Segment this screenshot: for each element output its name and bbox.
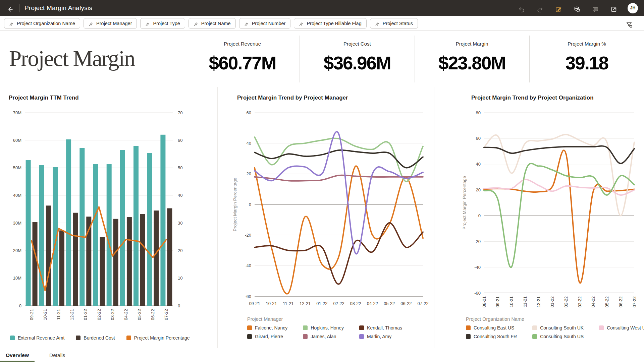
svg-text:05-22: 05-22 <box>604 296 609 307</box>
filter-pill-project-number[interactable]: Project Number <box>239 18 291 29</box>
filter-pill-project-type[interactable]: Project Type <box>140 18 185 29</box>
legend-swatch <box>303 334 308 339</box>
svg-text:05-22: 05-22 <box>384 301 395 306</box>
legend-item-consulting-south-fr[interactable]: Consulting South FR <box>466 334 517 339</box>
back-button[interactable] <box>5 3 15 13</box>
manager-trend-chart[interactable]: -60-40-20020406009-2110-2111-2112-2101-2… <box>227 105 442 313</box>
pin-icon <box>89 19 94 27</box>
legend-label: Consulting South FR <box>474 334 517 339</box>
svg-text:02-22: 02-22 <box>564 296 569 307</box>
svg-text:-60: -60 <box>245 294 251 299</box>
ttm-trend-chart[interactable]: 0010M1020M2030M3040M4050M5060M6070M7009-… <box>5 105 207 337</box>
svg-text:-60: -60 <box>474 291 481 296</box>
legend-swatch <box>10 336 15 340</box>
svg-text:60: 60 <box>178 138 182 143</box>
svg-text:11-21: 11-21 <box>56 309 61 320</box>
svg-text:0: 0 <box>249 202 251 207</box>
filter-pill-label: Project Type <box>153 21 180 26</box>
legend-label: Consulting West US <box>607 325 644 330</box>
undo-button[interactable] <box>517 3 526 13</box>
legend-swatch <box>532 334 537 339</box>
legend-item-consulting-east-us[interactable]: Consulting East US <box>466 325 517 330</box>
svg-text:0: 0 <box>178 303 180 308</box>
svg-text:Project Margin Percentage: Project Margin Percentage <box>462 176 467 230</box>
legend-swatch <box>599 325 604 330</box>
legend-item-consulting-south-us[interactable]: Consulting South US <box>532 334 584 339</box>
edit-icon <box>555 3 562 13</box>
svg-text:60M: 60M <box>13 138 21 143</box>
svg-text:01-22: 01-22 <box>550 296 555 307</box>
kpi-label: Project Margin % <box>530 41 644 47</box>
legend-item-project-margin-percentage[interactable]: Project Margin Percentage <box>126 335 190 341</box>
redo-button[interactable] <box>535 3 545 13</box>
tab-overview[interactable]: Overview <box>0 348 35 362</box>
svg-text:10-21: 10-21 <box>266 301 277 306</box>
filter-button[interactable] <box>624 19 634 28</box>
legend: Consulting East USConsulting South UKCon… <box>466 325 644 339</box>
pin-icon <box>194 19 199 27</box>
svg-text:40M: 40M <box>13 193 21 198</box>
filter-pill-label: Project Number <box>252 21 286 26</box>
filter-pill-project-organization-name[interactable]: Project Organization Name <box>4 18 80 29</box>
filter-bar: Project Organization NameProject Manager… <box>0 16 644 31</box>
legend-label: Hopkins, Honey <box>311 325 344 330</box>
pin-icon <box>299 19 304 27</box>
filter-pill-label: Project Name <box>201 21 231 26</box>
legend-swatch <box>247 325 252 330</box>
legend-swatch <box>532 325 537 330</box>
svg-text:06-22: 06-22 <box>400 301 412 306</box>
legend-label: Consulting South US <box>540 334 584 339</box>
kpi-label: Project Cost <box>300 41 414 47</box>
legend-item-hopkins-honey[interactable]: Hopkins, Honey <box>303 325 344 330</box>
charts-row: Project Margin TTM Trend 0010M1020M2030M… <box>0 87 644 348</box>
svg-text:10-21: 10-21 <box>509 296 514 307</box>
kpi-tile-project-cost: Project Cost $36.96M <box>300 36 414 82</box>
legend-item-falcone-nancy[interactable]: Falcone, Nancy <box>247 325 287 330</box>
legend-item-external-revenue-amt[interactable]: External Revenue Amt <box>10 335 64 341</box>
data-refresh-button[interactable] <box>572 3 582 13</box>
filter-funnel-icon <box>626 18 633 28</box>
legend-item-girard-pierre[interactable]: Girard, Pierre <box>247 334 287 339</box>
svg-text:04-22: 04-22 <box>591 296 596 307</box>
legend-item-marlin-amy[interactable]: Marlin, Amy <box>359 334 402 339</box>
svg-text:80: 80 <box>476 110 481 115</box>
tab-details[interactable]: Details <box>44 348 71 362</box>
svg-text:60: 60 <box>476 136 481 141</box>
svg-text:07-22: 07-22 <box>417 301 428 306</box>
svg-text:11-21: 11-21 <box>523 296 528 307</box>
filter-pill-project-manager[interactable]: Project Manager <box>84 18 137 29</box>
legend-item-consulting-west-us[interactable]: Consulting West US <box>599 325 644 330</box>
svg-text:04-22: 04-22 <box>367 301 378 306</box>
svg-text:03-22: 03-22 <box>350 301 361 306</box>
svg-text:40: 40 <box>476 162 481 167</box>
svg-text:09-21: 09-21 <box>249 301 260 306</box>
svg-text:03-22: 03-22 <box>110 309 115 320</box>
legend-item-consulting-south-uk[interactable]: Consulting South UK <box>532 325 584 330</box>
open-window-button[interactable] <box>609 3 619 13</box>
avatar[interactable]: JH <box>628 3 638 13</box>
filter-pill-label: Project Organization Name <box>17 21 75 26</box>
svg-text:40: 40 <box>178 193 182 198</box>
filter-pill-project-status[interactable]: Project Status <box>370 18 418 29</box>
filter-pill-project-type-billable-flag[interactable]: Project Type Billable Flag <box>294 18 366 29</box>
comment-button[interactable] <box>591 3 600 13</box>
svg-text:07-22: 07-22 <box>632 296 637 307</box>
pin-icon <box>375 19 380 27</box>
redo-icon <box>537 3 543 13</box>
data-refresh-icon <box>574 3 580 13</box>
comment-icon <box>592 3 599 13</box>
legend-item-burdened-cost[interactable]: Burdened Cost <box>76 335 115 341</box>
legend-item-james-alan[interactable]: James, Alan <box>303 334 344 339</box>
svg-text:09-21: 09-21 <box>29 309 34 320</box>
svg-text:02-22: 02-22 <box>333 301 344 306</box>
filter-pill-project-name[interactable]: Project Name <box>189 18 236 29</box>
legend-item-kendall-thomas[interactable]: Kendall, Thomas <box>359 325 402 330</box>
svg-text:40: 40 <box>247 141 251 146</box>
organization-trend-panel: Project Margin Trend by Project Organiza… <box>434 87 644 348</box>
edit-button[interactable] <box>554 3 563 13</box>
svg-text:-20: -20 <box>245 233 251 238</box>
organization-trend-chart[interactable]: -60-40-2002040608008-2109-2110-2111-2112… <box>442 105 644 325</box>
svg-text:03-22: 03-22 <box>577 296 582 307</box>
kpi-value: 39.18 <box>530 52 644 74</box>
pin-icon <box>9 19 14 27</box>
